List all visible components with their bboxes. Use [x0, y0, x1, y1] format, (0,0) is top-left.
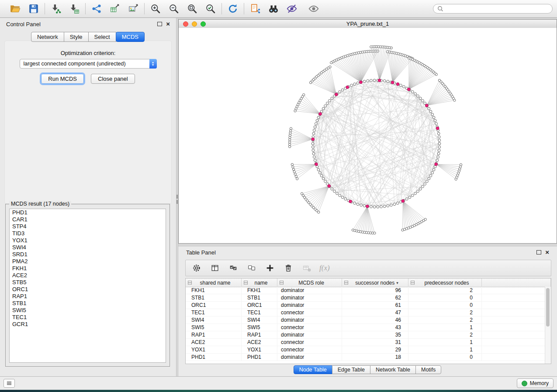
table-row[interactable]: ORC1ORC1dominator610: [186, 302, 545, 309]
table-row[interactable]: TEC1TEC1connector472: [186, 309, 545, 316]
table-row[interactable]: YOX1YOX1connector291: [186, 346, 545, 354]
network-view[interactable]: [179, 28, 557, 243]
mcds-result-item[interactable]: PHD1: [10, 209, 166, 216]
table-row[interactable]: STB1STB1dominator620: [186, 294, 545, 302]
cell[interactable]: dominator: [277, 331, 342, 338]
cell[interactable]: STB1: [186, 294, 242, 301]
mcds-result-item[interactable]: TEC1: [10, 314, 166, 321]
cell[interactable]: PHD1: [242, 354, 277, 361]
mcds-result-item[interactable]: STB5: [10, 279, 166, 286]
cell[interactable]: RAP1: [242, 331, 277, 338]
cell[interactable]: PHD1: [186, 354, 242, 361]
maximize-window-button[interactable]: [201, 21, 206, 27]
run-mcds-button[interactable]: Run MCDS: [41, 74, 84, 84]
cell[interactable]: 29: [342, 346, 408, 353]
close-panel-button[interactable]: Close panel: [91, 74, 135, 84]
network-file-share-button[interactable]: [248, 2, 262, 16]
mcds-result-item[interactable]: CAR1: [10, 216, 166, 223]
mcds-result-item[interactable]: YOX1: [10, 237, 166, 244]
cell[interactable]: connector: [277, 324, 342, 331]
cell[interactable]: 1: [408, 339, 482, 346]
cell[interactable]: 2: [408, 316, 482, 323]
export-table-button[interactable]: [108, 2, 122, 16]
tab-edge-table[interactable]: Edge Table: [332, 365, 370, 374]
cell[interactable]: 43: [342, 324, 408, 331]
zoom-fit-button[interactable]: [185, 2, 199, 16]
cell[interactable]: STB1: [242, 294, 277, 301]
mcds-result-list[interactable]: PHD1CAR1STP4TID3YOX1SWI4SRD1PMA2FKH1ACE2…: [9, 209, 166, 363]
cell[interactable]: 1: [408, 346, 482, 353]
cell[interactable]: 2: [408, 331, 482, 338]
zoom-in-button[interactable]: [149, 2, 163, 16]
criterion-select[interactable]: largest connected component (undirected)…: [20, 59, 157, 69]
cell[interactable]: connector: [277, 309, 342, 316]
close-table-panel-icon[interactable]: ×: [545, 250, 549, 255]
cell[interactable]: 1: [408, 324, 482, 331]
open-file-button[interactable]: [8, 2, 22, 16]
cell[interactable]: dominator: [277, 316, 342, 323]
cell[interactable]: 47: [342, 309, 408, 316]
import-network-button[interactable]: [49, 2, 63, 16]
delete-column-button[interactable]: [283, 262, 294, 274]
cell[interactable]: 2: [408, 287, 482, 294]
column-header-name[interactable]: name: [242, 279, 277, 287]
cell[interactable]: dominator: [277, 294, 342, 301]
mcds-result-item[interactable]: SWI4: [10, 244, 166, 251]
table-row[interactable]: SWI4SWI4dominator462: [186, 316, 545, 324]
unselect-all-button[interactable]: [246, 262, 257, 274]
column-header-shared-name[interactable]: shared name: [186, 279, 242, 287]
table-row[interactable]: SWI5SWI5connector431: [186, 324, 545, 331]
mcds-result-item[interactable]: STB1: [10, 300, 166, 307]
minimize-window-button[interactable]: [192, 21, 197, 27]
tab-network-table[interactable]: Network Table: [370, 365, 416, 374]
cell[interactable]: connector: [277, 346, 342, 353]
close-panel-icon[interactable]: ×: [166, 21, 170, 27]
cell[interactable]: YOX1: [186, 346, 242, 353]
close-window-button[interactable]: [183, 21, 188, 27]
mcds-result-item[interactable]: GCR1: [10, 321, 166, 328]
cell[interactable]: 31: [342, 339, 408, 346]
cell[interactable]: dominator: [277, 302, 342, 309]
cell[interactable]: ACE2: [186, 339, 242, 346]
cell[interactable]: 46: [342, 316, 408, 323]
cell[interactable]: 0: [408, 354, 482, 361]
clear-table-button[interactable]: [301, 262, 312, 274]
cell[interactable]: 96: [342, 287, 408, 294]
tab-mcds[interactable]: MCDS: [116, 32, 145, 42]
mcds-result-item[interactable]: RAP1: [10, 293, 166, 300]
network-window-titlebar[interactable]: YPA_prune.txt_1: [179, 20, 557, 28]
save-session-button[interactable]: [27, 2, 41, 16]
first-neighbors-button[interactable]: [266, 2, 280, 16]
float-panel-icon[interactable]: [157, 22, 162, 26]
hide-selected-button[interactable]: [285, 2, 299, 16]
cell[interactable]: dominator: [277, 354, 342, 361]
cell[interactable]: SWI5: [242, 324, 277, 331]
cell[interactable]: RAP1: [186, 331, 242, 338]
cell[interactable]: 0: [408, 302, 482, 309]
function-builder-button[interactable]: f(x): [319, 262, 330, 274]
network-canvas[interactable]: [179, 28, 557, 244]
table-row[interactable]: ACE2ACE2connector311: [186, 339, 545, 346]
cell[interactable]: 18: [342, 354, 408, 361]
table-row[interactable]: RAP1RAP1dominator352: [186, 331, 545, 339]
cell[interactable]: ORC1: [242, 302, 277, 309]
column-header-predecessor-nodes[interactable]: predecessor nodes: [408, 279, 482, 287]
mcds-result-item[interactable]: ORC1: [10, 286, 166, 293]
zoom-selected-button[interactable]: [204, 2, 218, 16]
cell[interactable]: SWI5: [186, 324, 242, 331]
cell[interactable]: ORC1: [186, 302, 242, 309]
cell[interactable]: 61: [342, 302, 408, 309]
mcds-result-item[interactable]: SRD1: [10, 251, 166, 258]
cell[interactable]: TEC1: [186, 309, 242, 316]
tab-select[interactable]: Select: [88, 32, 116, 42]
cell[interactable]: FKH1: [242, 287, 277, 294]
cell[interactable]: SWI4: [186, 316, 242, 323]
table-row[interactable]: FKH1FKH1dominator962: [186, 287, 545, 294]
mcds-result-item[interactable]: FKH1: [10, 265, 166, 272]
import-table-button[interactable]: [67, 2, 81, 16]
cell[interactable]: 35: [342, 331, 408, 338]
table-scrollbar[interactable]: [545, 287, 551, 364]
refresh-view-button[interactable]: [226, 2, 240, 16]
cell[interactable]: SWI4: [242, 316, 277, 323]
column-header-mcds-role[interactable]: MCDS role: [277, 279, 342, 287]
